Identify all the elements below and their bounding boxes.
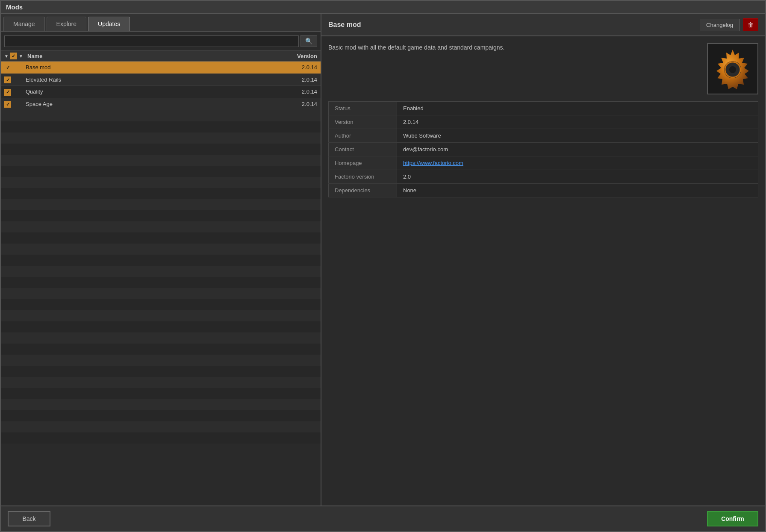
mod-name: Space Age [26,101,283,107]
detail-row-homepage: Homepage https://www.factorio.com [329,156,758,170]
back-button[interactable]: Back [8,511,50,526]
empty-row [1,344,321,355]
empty-row [1,210,321,221]
mod-version: 2.0.14 [283,64,317,71]
empty-row [1,110,321,121]
detail-row-version: Version 2.0.14 [329,115,758,129]
empty-row [1,177,321,188]
table-row[interactable]: Elevated Rails 2.0.14 [1,74,321,86]
row-checkbox[interactable] [4,89,11,96]
delete-button[interactable]: 🗑 [743,18,758,31]
detail-row-contact: Contact dev@factorio.com [329,143,758,156]
mod-name: Elevated Rails [26,76,283,83]
tabs: Manage Explore Updates [1,14,321,32]
bottom-bar: Back Confirm [1,506,765,531]
empty-row [1,255,321,266]
row-check-col [4,88,26,96]
empty-row [1,366,321,377]
trash-icon: 🗑 [748,21,754,28]
field-key: Factorio version [329,170,397,184]
field-value-author: Wube Software [397,129,758,143]
empty-row [1,221,321,232]
table-row[interactable]: Space Age 2.0.14 [1,98,321,111]
col-version-header: Version [283,53,317,59]
header-checkbox[interactable] [10,53,17,59]
mod-version: 2.0.14 [283,101,317,107]
empty-row [1,388,321,399]
empty-row [1,410,321,421]
empty-row [1,144,321,155]
search-input[interactable] [4,35,299,47]
mod-version: 2.0.14 [283,76,317,83]
empty-row [1,299,321,310]
mod-table: ▼ ▼ Name Version [1,51,321,506]
mod-name: Quality [26,88,283,95]
field-value-status: Enabled [397,102,758,115]
empty-row [1,266,321,277]
detail-top: Basic mod with all the default game data… [328,43,758,94]
changelog-button[interactable]: Changelog [700,19,739,31]
row-check-col [4,76,26,84]
detail-header: Base mod Changelog 🗑 [321,14,765,36]
field-value-dependencies: None [397,184,758,197]
mod-name: Base mod [26,64,283,71]
detail-info-table: Status Enabled Version 2.0.14 Author Wub… [328,101,758,197]
empty-row [1,132,321,144]
table-header: ▼ ▼ Name Version [1,51,321,62]
detail-row-status: Status Enabled [329,102,758,115]
empty-row [1,432,321,444]
detail-row-dependencies: Dependencies None [329,184,758,197]
row-checkbox[interactable] [4,65,11,71]
empty-row [1,232,321,244]
row-check-col [4,64,26,71]
svg-point-2 [729,66,736,73]
empty-row [1,377,321,388]
main-content: Manage Explore Updates 🔍 ▼ [1,14,765,506]
gear-svg-icon [711,47,754,90]
empty-row [1,121,321,132]
title-bar: Mods [1,1,765,14]
field-key: Version [329,115,397,129]
confirm-button[interactable]: Confirm [707,511,758,526]
field-key: Author [329,129,397,143]
detail-actions: Changelog 🗑 [700,18,758,31]
field-value-homepage: https://www.factorio.com [397,156,758,170]
empty-row [1,244,321,255]
empty-row [1,421,321,432]
field-value-contact: dev@factorio.com [397,143,758,156]
tab-explore[interactable]: Explore [47,17,86,31]
empty-row [1,188,321,199]
empty-row [1,277,321,288]
empty-row [1,288,321,299]
homepage-link[interactable]: https://www.factorio.com [403,160,463,166]
field-key: Homepage [329,156,397,170]
header-check-col: ▼ ▼ [4,53,26,59]
empty-row [1,166,321,177]
detail-body: Basic mod with all the default game data… [321,36,765,506]
tab-manage[interactable]: Manage [3,17,45,31]
tab-updates[interactable]: Updates [88,17,130,31]
left-panel: Manage Explore Updates 🔍 ▼ [1,14,321,506]
search-button[interactable]: 🔍 [301,35,317,47]
row-check-col [4,100,26,108]
table-row[interactable]: Quality 2.0.14 [1,86,321,98]
window-title: Mods [6,3,23,11]
search-bar: 🔍 [1,32,321,51]
mod-icon [707,43,758,94]
right-panel: Base mod Changelog 🗑 Basic mod with all … [321,14,765,506]
field-key: Status [329,102,397,115]
empty-row [1,310,321,321]
empty-row [1,355,321,366]
empty-row [1,399,321,410]
empty-rows [1,110,321,444]
detail-description: Basic mod with all the default game data… [328,43,700,52]
table-row[interactable]: Base mod 2.0.14 [1,62,321,74]
row-checkbox[interactable] [4,76,11,83]
detail-title: Base mod [328,21,361,29]
field-value-version: 2.0.14 [397,115,758,129]
detail-row-author: Author Wube Software [329,129,758,143]
row-checkbox[interactable] [4,101,11,108]
empty-row [1,155,321,166]
empty-row [1,199,321,210]
field-key: Contact [329,143,397,156]
